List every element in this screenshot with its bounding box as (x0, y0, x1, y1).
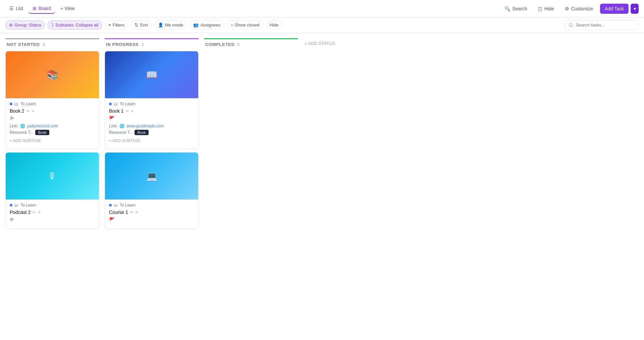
category-icon: 🗂 (114, 102, 118, 106)
tab-list[interactable]: ☰ List (5, 4, 27, 14)
card-meta-podcast2: 🗂 To Learn (10, 203, 95, 208)
card-flag-book2: 🏳 (10, 116, 95, 121)
edit-icon[interactable]: ✏ (126, 109, 129, 113)
card-meta-book2: 🗂 To Learn (10, 102, 95, 106)
hide-filter-button[interactable]: Hide (266, 20, 282, 30)
card-link-book2: Link: 🌐 pattymccord.com (10, 124, 95, 128)
filters-button[interactable]: ≡ Filters (105, 20, 128, 30)
card-title-book2: Book 2 ✏ ≡ (10, 108, 95, 114)
column-in-progress: IN PROGRESS 3 📖 🗂 To Learn Book 1 ✏ ≡ 🚩 (105, 38, 199, 332)
card-image-course1: 💻 (105, 153, 198, 200)
sort-icon: ⇅ (135, 22, 138, 27)
card-flag-podcast2: 🏳 (10, 217, 95, 222)
card-book2[interactable]: 📚 🗂 To Learn Book 2 ✏ ≡ 🏳 Link: 🌐 patt (5, 51, 99, 149)
card-body-book1: 🗂 To Learn Book 1 ✏ ≡ 🚩 Link: 🌐 www.good… (105, 98, 198, 149)
board-icon: ⊞ (33, 6, 37, 11)
add-status-button[interactable]: + ADD STATUS (303, 38, 397, 50)
nav-tabs: ☰ List ⊞ Board + View (5, 4, 78, 14)
hide-icon: ◫ (538, 6, 542, 11)
attach-icon[interactable]: ≡ (32, 109, 34, 113)
add-subtask-book1[interactable]: + ADD SUBTASK (109, 136, 194, 145)
search-button[interactable]: 🔍 Search (500, 4, 531, 13)
card-resource-book2: Resource T... Book (10, 130, 95, 135)
card-body-course1: 🗂 To Learn Course 1 ✏ ≡ 🚩 (105, 200, 198, 228)
card-meta-course1: 🗂 To Learn (109, 203, 194, 208)
attach-icon[interactable]: ≡ (38, 210, 40, 215)
column-header-completed: COMPLETED 0 (204, 38, 298, 51)
column-not-started: NOT STARTED 3 📚 🗂 To Learn Book 2 ✏ ≡ 🏳 (5, 38, 99, 332)
category-icon: 🗂 (14, 203, 18, 208)
status-dot (109, 103, 112, 105)
top-nav: ☰ List ⊞ Board + View 🔍 Search ◫ Hide ⚙ … (0, 0, 644, 17)
assignees-button[interactable]: 👥 Assignees (190, 20, 224, 30)
eye-icon: ○ (230, 22, 233, 27)
edit-icon[interactable]: ✏ (33, 210, 36, 215)
card-body-podcast2: 🗂 To Learn Podcast 2 ✏ ≡ 🏳 (6, 200, 99, 228)
card-flag-course1: 🚩 (109, 217, 194, 222)
attach-icon[interactable]: ≡ (136, 210, 138, 215)
sort-button[interactable]: ⇅ Sort (131, 20, 152, 30)
card-image-podcast2: 🎙 (6, 153, 99, 200)
resource-badge-book2: Book (35, 130, 49, 135)
hide-button[interactable]: ◫ Hide (534, 4, 558, 13)
person-icon: 👤 (158, 22, 163, 27)
card-link-book1: Link: 🌐 www.goodreads.com (109, 124, 194, 128)
card-image-book2: 📚 (6, 51, 99, 98)
attach-icon[interactable]: ≡ (131, 109, 133, 113)
board: NOT STARTED 3 📚 🗂 To Learn Book 2 ✏ ≡ 🏳 (0, 33, 644, 337)
search-icon: 🔍 (504, 6, 510, 11)
add-task-button[interactable]: Add Task (600, 4, 629, 14)
customize-button[interactable]: ⚙ Customize (561, 4, 597, 13)
card-title-course1: Course 1 ✏ ≡ (109, 210, 194, 215)
card-image-book1: 📖 (105, 51, 198, 98)
card-course1[interactable]: 💻 🗂 To Learn Course 1 ✏ ≡ 🚩 (105, 152, 199, 229)
card-meta-book1: 🗂 To Learn (109, 102, 194, 106)
tab-board[interactable]: ⊞ Board (29, 4, 55, 14)
resource-badge-book1: Book (135, 130, 148, 135)
edit-icon[interactable]: ✏ (130, 210, 133, 215)
list-icon: ☰ (9, 6, 14, 11)
add-subtask-book2[interactable]: + ADD SUBTASK (10, 136, 95, 145)
column-header-in-progress: IN PROGRESS 3 (105, 38, 199, 51)
nav-actions: 🔍 Search ◫ Hide ⚙ Customize Add Task ▾ (500, 4, 639, 14)
card-title-book1: Book 1 ✏ ≡ (109, 108, 194, 114)
status-dot (10, 103, 12, 105)
column-header-not-started: NOT STARTED 3 (5, 38, 99, 51)
assignees-icon: 👥 (193, 22, 199, 27)
add-task-dropdown-button[interactable]: ▾ (631, 4, 639, 14)
card-flag-book1: 🚩 (109, 116, 194, 121)
filter-icon: ≡ (108, 22, 111, 27)
card-resource-book1: Resource T... Book (109, 130, 194, 135)
card-book1[interactable]: 📖 🗂 To Learn Book 1 ✏ ≡ 🚩 Link: 🌐 www. (105, 51, 199, 149)
group-status-chip[interactable]: ⊕ Group: Status (5, 20, 45, 30)
category-icon: 🗂 (114, 203, 118, 208)
link-icon: 🌐 (20, 124, 25, 128)
edit-icon[interactable]: ✏ (26, 109, 30, 113)
status-dot (109, 204, 112, 207)
tab-view[interactable]: + View (56, 4, 78, 14)
me-mode-button[interactable]: 👤 Me mode (154, 20, 187, 30)
status-dot (10, 204, 12, 207)
search-tasks-input[interactable] (565, 20, 639, 30)
column-completed: COMPLETED 0 (204, 38, 298, 332)
column-add-status: + ADD STATUS (303, 38, 397, 332)
card-podcast2[interactable]: 🎙 🗂 To Learn Podcast 2 ✏ ≡ 🏳 (5, 152, 99, 229)
group-icon: ⊕ (9, 22, 13, 27)
card-title-podcast2: Podcast 2 ✏ ≡ (10, 210, 95, 215)
show-closed-button[interactable]: ○ Show closed (227, 20, 263, 30)
filter-bar: ⊕ Group: Status ⤵ Subtasks: Collapse all… (0, 17, 644, 33)
card-body-book2: 🗂 To Learn Book 2 ✏ ≡ 🏳 Link: 🌐 pattymcc… (6, 98, 99, 149)
subtasks-chip[interactable]: ⤵ Subtasks: Collapse all (48, 20, 102, 30)
subtasks-icon: ⤵ (51, 22, 54, 27)
search-tasks-container (565, 20, 639, 30)
link-icon: 🌐 (119, 124, 124, 128)
gear-icon: ⚙ (565, 6, 569, 11)
category-icon: 🗂 (14, 102, 18, 106)
